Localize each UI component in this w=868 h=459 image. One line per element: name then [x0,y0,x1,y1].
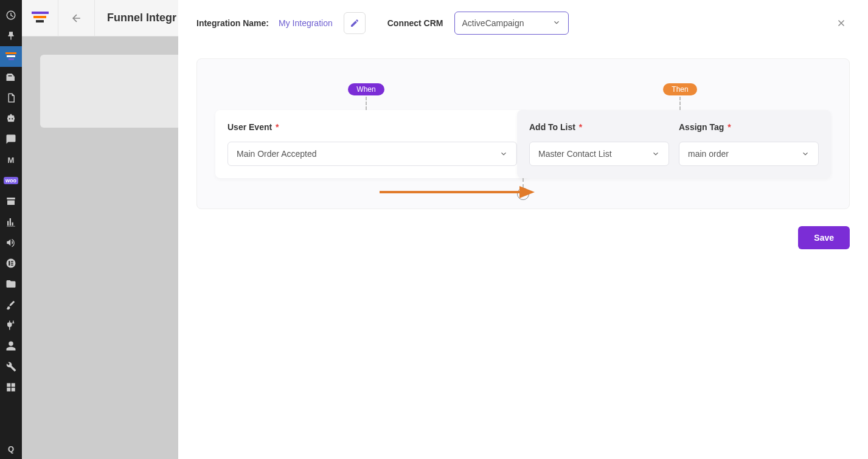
pin-icon[interactable] [0,26,22,46]
when-column: When User Event * Main Order Accepted [209,83,523,178]
plus-icon [519,190,527,198]
user-event-select[interactable]: Main Order Accepted [227,142,517,166]
funnel-icon[interactable] [0,46,22,67]
tools-icon[interactable] [0,356,22,377]
settings-icon[interactable] [0,377,22,398]
add-step-button[interactable] [517,188,529,200]
when-pill: When [348,83,384,95]
media-icon[interactable] [0,67,22,88]
add-to-list-select-value: Master Contact List [538,149,612,159]
chevron-down-icon [552,18,561,29]
modal-body: When User Event * Main Order Accepted [178,46,868,459]
analytics-icon[interactable] [0,212,22,232]
app-logo [22,0,58,36]
callout-arrow-icon [380,180,538,207]
letter-q-icon[interactable]: Q [0,438,22,459]
when-event-box: User Event * Main Order Accepted [215,110,529,178]
add-step-connector [517,178,529,200]
crm-select-value: ActiveCampaign [462,18,524,28]
then-pill: Then [663,83,696,95]
save-row: Save [196,226,850,249]
modal-header: Integration Name: My Integration Connect… [178,0,868,46]
chevron-down-icon [651,150,660,158]
svg-rect-2 [11,261,13,262]
pages-icon[interactable] [0,88,22,108]
connector-line [523,178,524,188]
user-event-label: User Event * [227,122,517,132]
then-column: Then Add To List * Master Contact List [523,83,837,178]
flow-row: When User Event * Main Order Accepted [209,83,837,178]
pencil-icon [350,18,359,28]
flow-card: When User Event * Main Order Accepted [196,58,850,209]
archive-icon[interactable] [0,191,22,212]
add-to-list-label: Add To List * [529,122,669,132]
woo-icon[interactable]: woo [0,170,22,191]
crm-select[interactable]: ActiveCampaign [454,12,569,35]
users-icon[interactable] [0,336,22,356]
close-icon [836,18,847,29]
edit-name-button[interactable] [344,12,366,34]
letter-m-icon[interactable]: M [0,150,22,170]
add-to-list-field: Add To List * Master Contact List [529,122,669,166]
assign-tag-field: Assign Tag * main order [679,122,819,166]
svg-rect-1 [9,261,10,266]
comments-icon[interactable] [0,129,22,150]
admin-icon-sidebar: M woo Q [0,0,22,459]
marketing-icon[interactable] [0,232,22,253]
then-event-box: Add To List * Master Contact List [517,110,831,178]
user-event-select-value: Main Order Accepted [237,149,317,159]
connect-crm-label: Connect CRM [387,18,443,28]
integration-name-value: My Integration [279,18,333,28]
plugins-icon[interactable] [0,315,22,336]
placeholder-card [40,55,198,128]
chevron-down-icon [499,150,508,158]
templates-icon[interactable] [0,274,22,294]
dashboard-icon[interactable] [0,5,22,26]
integration-modal: Integration Name: My Integration Connect… [178,0,868,459]
add-to-list-select[interactable]: Master Contact List [529,142,669,166]
assign-tag-select[interactable]: main order [679,142,819,166]
integration-name-label: Integration Name: [196,18,269,28]
svg-rect-4 [11,264,13,266]
assign-tag-label: Assign Tag * [679,122,819,132]
page-title: Funnel Integr [95,12,176,24]
assign-tag-select-value: main order [688,149,729,159]
back-button[interactable] [58,0,95,36]
svg-rect-3 [11,263,13,264]
save-button[interactable]: Save [798,226,850,249]
chevron-down-icon [801,150,810,158]
connector-line [679,97,681,110]
brush-icon[interactable] [0,294,22,315]
connector-line [366,97,367,110]
close-button[interactable] [833,15,850,32]
robot-icon[interactable] [0,108,22,129]
elementor-icon[interactable] [0,253,22,274]
